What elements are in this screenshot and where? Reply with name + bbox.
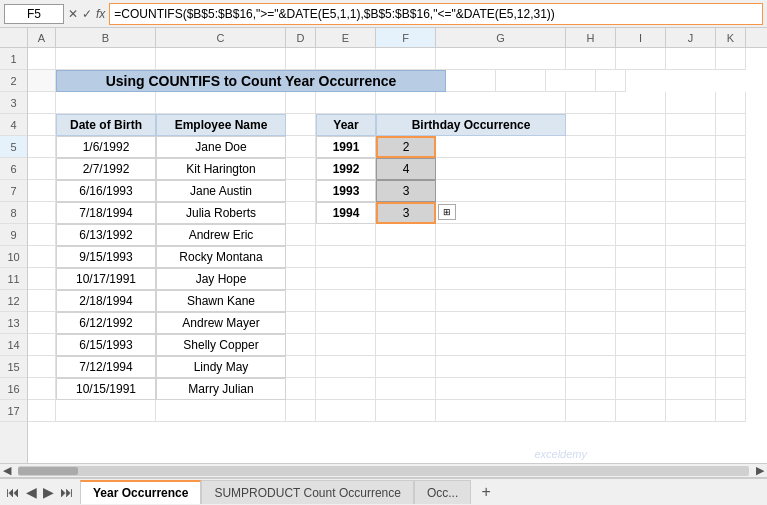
- cell-g12[interactable]: [436, 290, 566, 312]
- name-14[interactable]: Shelly Copper: [156, 334, 286, 356]
- cell-h15[interactable]: [566, 356, 616, 378]
- cell-k3[interactable]: [716, 92, 746, 114]
- horizontal-scrollbar[interactable]: ◀ ▶: [0, 463, 767, 477]
- cell-i12[interactable]: [616, 290, 666, 312]
- cell-e1[interactable]: [316, 48, 376, 70]
- cell-d12[interactable]: [286, 290, 316, 312]
- formula-input[interactable]: [109, 3, 763, 25]
- cell-c3[interactable]: [156, 92, 286, 114]
- cell-c1[interactable]: [156, 48, 286, 70]
- cell-d11[interactable]: [286, 268, 316, 290]
- year-6[interactable]: 1992: [316, 158, 376, 180]
- cell-g16[interactable]: [436, 378, 566, 400]
- cell-c17[interactable]: [156, 400, 286, 422]
- cell-f1[interactable]: [376, 48, 436, 70]
- scroll-left-btn[interactable]: ◀: [0, 464, 14, 477]
- cell-h11[interactable]: [566, 268, 616, 290]
- row-2[interactable]: 2: [0, 70, 27, 92]
- cell-h17[interactable]: [566, 400, 616, 422]
- fx-icon[interactable]: fx: [96, 7, 105, 21]
- cell-a15[interactable]: [28, 356, 56, 378]
- cell-g13[interactable]: [436, 312, 566, 334]
- col-c-header[interactable]: C: [156, 28, 286, 47]
- confirm-icon[interactable]: ✓: [82, 7, 92, 21]
- employee-name-header[interactable]: Employee Name: [156, 114, 286, 136]
- cell-h9[interactable]: [566, 224, 616, 246]
- cell-k9[interactable]: [716, 224, 746, 246]
- tab-year-occurrence[interactable]: Year Occurrence: [80, 480, 201, 504]
- cell-h3[interactable]: [566, 92, 616, 114]
- row-6[interactable]: 6: [0, 158, 27, 180]
- cell-h5[interactable]: [566, 136, 616, 158]
- cell-h8[interactable]: [566, 202, 616, 224]
- cell-f9[interactable]: [376, 224, 436, 246]
- cell-e10[interactable]: [316, 246, 376, 268]
- cell-d13[interactable]: [286, 312, 316, 334]
- cell-h13[interactable]: [566, 312, 616, 334]
- name-15[interactable]: Lindy May: [156, 356, 286, 378]
- cell-g17[interactable]: [436, 400, 566, 422]
- cell-i1[interactable]: [616, 48, 666, 70]
- cell-k10[interactable]: [716, 246, 746, 268]
- scroll-thumb[interactable]: [18, 467, 78, 475]
- row-3[interactable]: 3: [0, 92, 27, 114]
- cell-d4[interactable]: [286, 114, 316, 136]
- cell-e13[interactable]: [316, 312, 376, 334]
- paste-icon[interactable]: ⊞: [438, 204, 456, 220]
- dob-16[interactable]: 10/15/1991: [56, 378, 156, 400]
- cell-i6[interactable]: [616, 158, 666, 180]
- col-g-header[interactable]: G: [436, 28, 566, 47]
- row-9[interactable]: 9: [0, 224, 27, 246]
- cell-a14[interactable]: [28, 334, 56, 356]
- year-7[interactable]: 1993: [316, 180, 376, 202]
- title-cell[interactable]: Using COUNTIFS to Count Year Occurrence: [56, 70, 446, 92]
- name-9[interactable]: Andrew Eric: [156, 224, 286, 246]
- cell-h1[interactable]: [566, 48, 616, 70]
- dob-15[interactable]: 7/12/1994: [56, 356, 156, 378]
- cell-k13[interactable]: [716, 312, 746, 334]
- cell-a17[interactable]: [28, 400, 56, 422]
- cell-d1[interactable]: [286, 48, 316, 70]
- cell-g6[interactable]: [436, 158, 566, 180]
- cell-i3[interactable]: [616, 92, 666, 114]
- cell-f15[interactable]: [376, 356, 436, 378]
- cell-j2[interactable]: [546, 70, 596, 92]
- cell-j5[interactable]: [666, 136, 716, 158]
- cell-f14[interactable]: [376, 334, 436, 356]
- name-12[interactable]: Shawn Kane: [156, 290, 286, 312]
- cell-e3[interactable]: [316, 92, 376, 114]
- cell-e14[interactable]: [316, 334, 376, 356]
- cell-e11[interactable]: [316, 268, 376, 290]
- cell-j14[interactable]: [666, 334, 716, 356]
- cell-k17[interactable]: [716, 400, 746, 422]
- cell-d8[interactable]: [286, 202, 316, 224]
- cell-j8[interactable]: [666, 202, 716, 224]
- cell-e12[interactable]: [316, 290, 376, 312]
- name-7[interactable]: Jane Austin: [156, 180, 286, 202]
- birthday-occ-header[interactable]: Birthday Occurrence: [376, 114, 566, 136]
- cell-k16[interactable]: [716, 378, 746, 400]
- cell-k4[interactable]: [716, 114, 746, 136]
- row-5[interactable]: 5: [0, 136, 27, 158]
- cell-i4[interactable]: [616, 114, 666, 136]
- cell-k12[interactable]: [716, 290, 746, 312]
- row-4[interactable]: 4: [0, 114, 27, 136]
- add-sheet-button[interactable]: +: [475, 481, 497, 503]
- cell-k6[interactable]: [716, 158, 746, 180]
- dob-14[interactable]: 6/15/1993: [56, 334, 156, 356]
- cell-h10[interactable]: [566, 246, 616, 268]
- cell-g9[interactable]: [436, 224, 566, 246]
- cell-d15[interactable]: [286, 356, 316, 378]
- cell-i17[interactable]: [616, 400, 666, 422]
- cell-g11[interactable]: [436, 268, 566, 290]
- col-d-header[interactable]: D: [286, 28, 316, 47]
- tab-nav-next[interactable]: ▶: [41, 484, 56, 500]
- cell-b17[interactable]: [56, 400, 156, 422]
- cell-a12[interactable]: [28, 290, 56, 312]
- name-16[interactable]: Marry Julian: [156, 378, 286, 400]
- tab-nav-last[interactable]: ⏭: [58, 484, 76, 500]
- cell-ref-box[interactable]: F5: [4, 4, 64, 24]
- col-i-header[interactable]: I: [616, 28, 666, 47]
- row-8[interactable]: 8: [0, 202, 27, 224]
- cell-e17[interactable]: [316, 400, 376, 422]
